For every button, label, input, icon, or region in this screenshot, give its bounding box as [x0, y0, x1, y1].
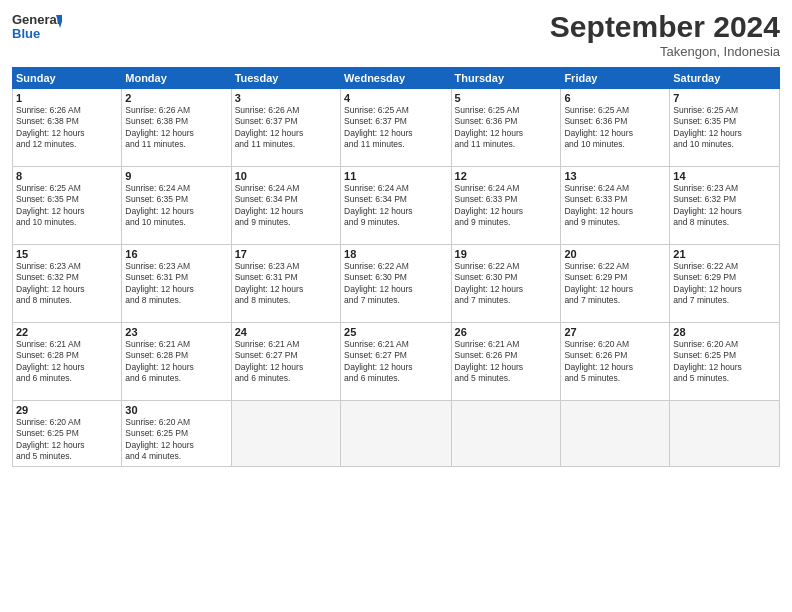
- calendar-cell: 4Sunrise: 6:25 AM Sunset: 6:37 PM Daylig…: [341, 89, 451, 167]
- day-info: Sunrise: 6:21 AM Sunset: 6:27 PM Dayligh…: [344, 339, 447, 385]
- calendar-cell: 8Sunrise: 6:25 AM Sunset: 6:35 PM Daylig…: [13, 167, 122, 245]
- calendar-cell: 22Sunrise: 6:21 AM Sunset: 6:28 PM Dayli…: [13, 323, 122, 401]
- subtitle: Takengon, Indonesia: [550, 44, 780, 59]
- day-number: 3: [235, 92, 337, 104]
- day-info: Sunrise: 6:22 AM Sunset: 6:29 PM Dayligh…: [564, 261, 666, 307]
- calendar-cell: 17Sunrise: 6:23 AM Sunset: 6:31 PM Dayli…: [231, 245, 340, 323]
- calendar-cell: 9Sunrise: 6:24 AM Sunset: 6:35 PM Daylig…: [122, 167, 231, 245]
- calendar-cell: 19Sunrise: 6:22 AM Sunset: 6:30 PM Dayli…: [451, 245, 561, 323]
- calendar-cell: 28Sunrise: 6:20 AM Sunset: 6:25 PM Dayli…: [670, 323, 780, 401]
- calendar-body: 1Sunrise: 6:26 AM Sunset: 6:38 PM Daylig…: [13, 89, 780, 467]
- calendar-cell: [561, 401, 670, 467]
- logo-svg: General Blue: [12, 10, 62, 46]
- day-info: Sunrise: 6:24 AM Sunset: 6:33 PM Dayligh…: [564, 183, 666, 229]
- calendar-cell: 27Sunrise: 6:20 AM Sunset: 6:26 PM Dayli…: [561, 323, 670, 401]
- day-info: Sunrise: 6:20 AM Sunset: 6:26 PM Dayligh…: [564, 339, 666, 385]
- calendar-day-header: Friday: [561, 68, 670, 89]
- day-info: Sunrise: 6:25 AM Sunset: 6:37 PM Dayligh…: [344, 105, 447, 151]
- calendar-cell: [451, 401, 561, 467]
- calendar-cell: 2Sunrise: 6:26 AM Sunset: 6:38 PM Daylig…: [122, 89, 231, 167]
- day-number: 16: [125, 248, 227, 260]
- day-info: Sunrise: 6:22 AM Sunset: 6:30 PM Dayligh…: [455, 261, 558, 307]
- day-number: 27: [564, 326, 666, 338]
- day-info: Sunrise: 6:21 AM Sunset: 6:26 PM Dayligh…: [455, 339, 558, 385]
- calendar-day-header: Monday: [122, 68, 231, 89]
- day-number: 6: [564, 92, 666, 104]
- day-info: Sunrise: 6:22 AM Sunset: 6:30 PM Dayligh…: [344, 261, 447, 307]
- month-title: September 2024: [550, 10, 780, 44]
- day-info: Sunrise: 6:23 AM Sunset: 6:31 PM Dayligh…: [125, 261, 227, 307]
- day-number: 15: [16, 248, 118, 260]
- day-info: Sunrise: 6:20 AM Sunset: 6:25 PM Dayligh…: [16, 417, 118, 463]
- day-info: Sunrise: 6:24 AM Sunset: 6:34 PM Dayligh…: [344, 183, 447, 229]
- svg-text:Blue: Blue: [12, 26, 40, 41]
- day-number: 5: [455, 92, 558, 104]
- calendar-day-header: Sunday: [13, 68, 122, 89]
- calendar-day-header: Tuesday: [231, 68, 340, 89]
- day-info: Sunrise: 6:24 AM Sunset: 6:33 PM Dayligh…: [455, 183, 558, 229]
- calendar-cell: 15Sunrise: 6:23 AM Sunset: 6:32 PM Dayli…: [13, 245, 122, 323]
- svg-text:General: General: [12, 12, 60, 27]
- day-number: 24: [235, 326, 337, 338]
- calendar-cell: 12Sunrise: 6:24 AM Sunset: 6:33 PM Dayli…: [451, 167, 561, 245]
- day-number: 8: [16, 170, 118, 182]
- calendar-week-row: 22Sunrise: 6:21 AM Sunset: 6:28 PM Dayli…: [13, 323, 780, 401]
- logo: General Blue: [12, 10, 62, 46]
- day-number: 13: [564, 170, 666, 182]
- day-number: 29: [16, 404, 118, 416]
- day-number: 19: [455, 248, 558, 260]
- calendar-day-header: Wednesday: [341, 68, 451, 89]
- day-number: 22: [16, 326, 118, 338]
- day-info: Sunrise: 6:26 AM Sunset: 6:37 PM Dayligh…: [235, 105, 337, 151]
- calendar-week-row: 15Sunrise: 6:23 AM Sunset: 6:32 PM Dayli…: [13, 245, 780, 323]
- calendar-cell: 20Sunrise: 6:22 AM Sunset: 6:29 PM Dayli…: [561, 245, 670, 323]
- calendar-cell: 11Sunrise: 6:24 AM Sunset: 6:34 PM Dayli…: [341, 167, 451, 245]
- day-number: 18: [344, 248, 447, 260]
- day-info: Sunrise: 6:23 AM Sunset: 6:32 PM Dayligh…: [16, 261, 118, 307]
- day-number: 26: [455, 326, 558, 338]
- calendar-cell: 29Sunrise: 6:20 AM Sunset: 6:25 PM Dayli…: [13, 401, 122, 467]
- day-number: 14: [673, 170, 776, 182]
- day-info: Sunrise: 6:21 AM Sunset: 6:28 PM Dayligh…: [16, 339, 118, 385]
- calendar-cell: 30Sunrise: 6:20 AM Sunset: 6:25 PM Dayli…: [122, 401, 231, 467]
- calendar-cell: 1Sunrise: 6:26 AM Sunset: 6:38 PM Daylig…: [13, 89, 122, 167]
- calendar-week-row: 8Sunrise: 6:25 AM Sunset: 6:35 PM Daylig…: [13, 167, 780, 245]
- calendar-cell: [670, 401, 780, 467]
- calendar-cell: 16Sunrise: 6:23 AM Sunset: 6:31 PM Dayli…: [122, 245, 231, 323]
- calendar-cell: 6Sunrise: 6:25 AM Sunset: 6:36 PM Daylig…: [561, 89, 670, 167]
- header: General Blue September 2024 Takengon, In…: [12, 10, 780, 59]
- day-info: Sunrise: 6:26 AM Sunset: 6:38 PM Dayligh…: [16, 105, 118, 151]
- day-number: 11: [344, 170, 447, 182]
- day-info: Sunrise: 6:20 AM Sunset: 6:25 PM Dayligh…: [125, 417, 227, 463]
- day-info: Sunrise: 6:23 AM Sunset: 6:32 PM Dayligh…: [673, 183, 776, 229]
- calendar-cell: 18Sunrise: 6:22 AM Sunset: 6:30 PM Dayli…: [341, 245, 451, 323]
- day-info: Sunrise: 6:25 AM Sunset: 6:35 PM Dayligh…: [673, 105, 776, 151]
- calendar: SundayMondayTuesdayWednesdayThursdayFrid…: [12, 67, 780, 467]
- calendar-cell: [341, 401, 451, 467]
- day-info: Sunrise: 6:22 AM Sunset: 6:29 PM Dayligh…: [673, 261, 776, 307]
- calendar-cell: 13Sunrise: 6:24 AM Sunset: 6:33 PM Dayli…: [561, 167, 670, 245]
- day-number: 2: [125, 92, 227, 104]
- calendar-header-row: SundayMondayTuesdayWednesdayThursdayFrid…: [13, 68, 780, 89]
- calendar-day-header: Saturday: [670, 68, 780, 89]
- day-number: 12: [455, 170, 558, 182]
- calendar-cell: 23Sunrise: 6:21 AM Sunset: 6:28 PM Dayli…: [122, 323, 231, 401]
- day-info: Sunrise: 6:25 AM Sunset: 6:36 PM Dayligh…: [564, 105, 666, 151]
- day-number: 9: [125, 170, 227, 182]
- day-number: 10: [235, 170, 337, 182]
- day-info: Sunrise: 6:26 AM Sunset: 6:38 PM Dayligh…: [125, 105, 227, 151]
- day-info: Sunrise: 6:20 AM Sunset: 6:25 PM Dayligh…: [673, 339, 776, 385]
- calendar-cell: [231, 401, 340, 467]
- day-info: Sunrise: 6:24 AM Sunset: 6:35 PM Dayligh…: [125, 183, 227, 229]
- day-info: Sunrise: 6:23 AM Sunset: 6:31 PM Dayligh…: [235, 261, 337, 307]
- day-number: 30: [125, 404, 227, 416]
- calendar-cell: 25Sunrise: 6:21 AM Sunset: 6:27 PM Dayli…: [341, 323, 451, 401]
- day-info: Sunrise: 6:25 AM Sunset: 6:36 PM Dayligh…: [455, 105, 558, 151]
- calendar-week-row: 1Sunrise: 6:26 AM Sunset: 6:38 PM Daylig…: [13, 89, 780, 167]
- calendar-cell: 3Sunrise: 6:26 AM Sunset: 6:37 PM Daylig…: [231, 89, 340, 167]
- day-number: 17: [235, 248, 337, 260]
- calendar-cell: 26Sunrise: 6:21 AM Sunset: 6:26 PM Dayli…: [451, 323, 561, 401]
- day-number: 28: [673, 326, 776, 338]
- day-info: Sunrise: 6:21 AM Sunset: 6:28 PM Dayligh…: [125, 339, 227, 385]
- day-number: 1: [16, 92, 118, 104]
